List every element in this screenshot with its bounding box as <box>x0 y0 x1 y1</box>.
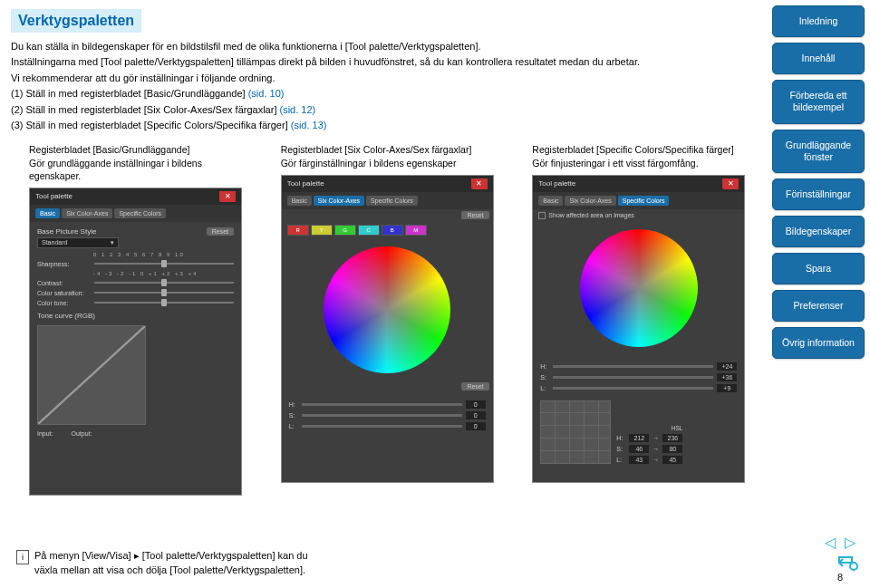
svg-point-0 <box>850 563 857 570</box>
intro-2: Inställningarna med [Tool palette/Verkty… <box>11 55 755 69</box>
footer-tip: i På menyn [View/Visa] ▸ [Tool palette/V… <box>16 549 308 577</box>
color-wheel-specific <box>580 229 698 347</box>
sidebar-item-forbereda[interactable]: Förbereda ett bildexempel <box>772 80 865 123</box>
page-ref-12[interactable]: (sid. 12) <box>280 104 316 115</box>
sidebar-item-ovrig[interactable]: Övrig information <box>772 327 865 359</box>
return-icon[interactable] <box>836 554 859 572</box>
six-color-chips: R Y G C B M <box>282 221 493 239</box>
intro-1: Du kan ställa in bildegenskaper för en b… <box>11 40 755 53</box>
next-page-icon[interactable]: ▷ <box>841 534 859 550</box>
six-color-palette-screenshot: Tool palette✕ Basic Six Color-Axes Speci… <box>281 175 494 483</box>
basic-palette-screenshot: Tool palette✕ Basic Six Color-Axes Speci… <box>29 188 242 496</box>
step-1: (1) Ställ in med registerbladet [Basic/G… <box>11 87 755 101</box>
page-ref-10[interactable]: (sid. 10) <box>248 88 285 99</box>
close-icon: ✕ <box>722 178 739 189</box>
sidebar-item-grundlaggande[interactable]: Grundläggande fönster <box>772 130 865 173</box>
sidebar-nav: Inledning Innehåll Förbereda ett bildexe… <box>772 0 870 562</box>
tone-curve <box>37 325 146 425</box>
close-icon: ✕ <box>219 191 236 202</box>
col1-title: Registerbladet [Basic/Grundläggande]Gör … <box>29 143 252 182</box>
page-ref-13[interactable]: (sid. 13) <box>291 120 327 130</box>
sidebar-item-spara[interactable]: Spara <box>772 253 865 284</box>
prev-page-icon[interactable]: ◁ <box>821 534 839 550</box>
tab-basic: Basic <box>35 208 60 218</box>
sidebar-item-bildegenskaper[interactable]: Bildegenskaper <box>772 216 865 247</box>
sidebar-item-innehall[interactable]: Innehåll <box>772 43 865 74</box>
base-style-select: Standard▾ <box>37 237 119 248</box>
col2-title: Registerbladet [Six Color-Axes/Sex färga… <box>281 143 504 169</box>
sidebar-item-preferenser[interactable]: Preferenser <box>772 290 865 322</box>
tab-specific: Specific Colors <box>114 208 166 218</box>
info-icon: i <box>16 550 29 564</box>
intro-3: Vi rekommenderar att du gör inställninga… <box>11 72 755 85</box>
page-title: Verktygspaletten <box>11 9 141 33</box>
sidebar-item-inledning[interactable]: Inledning <box>772 5 865 37</box>
close-icon: ✕ <box>471 178 488 189</box>
sidebar-item-forinstallningar[interactable]: Förinställningar <box>772 178 865 210</box>
specific-colors-palette-screenshot: Tool palette✕ Basic Six Color-Axes Speci… <box>532 175 745 483</box>
color-wheel <box>324 246 450 373</box>
step-2: (2) Ställ in med registerbladet [Six Col… <box>11 103 755 117</box>
col3-title: Registerbladet [Specific Colors/Specifik… <box>532 143 755 169</box>
step-3: (3) Ställ in med registerbladet [Specifi… <box>11 119 755 132</box>
tab-six: Six Color-Axes <box>62 208 112 218</box>
reset-button: Reset <box>207 227 234 236</box>
page-number: 8 <box>837 572 843 583</box>
small-curve-grid <box>540 400 611 464</box>
